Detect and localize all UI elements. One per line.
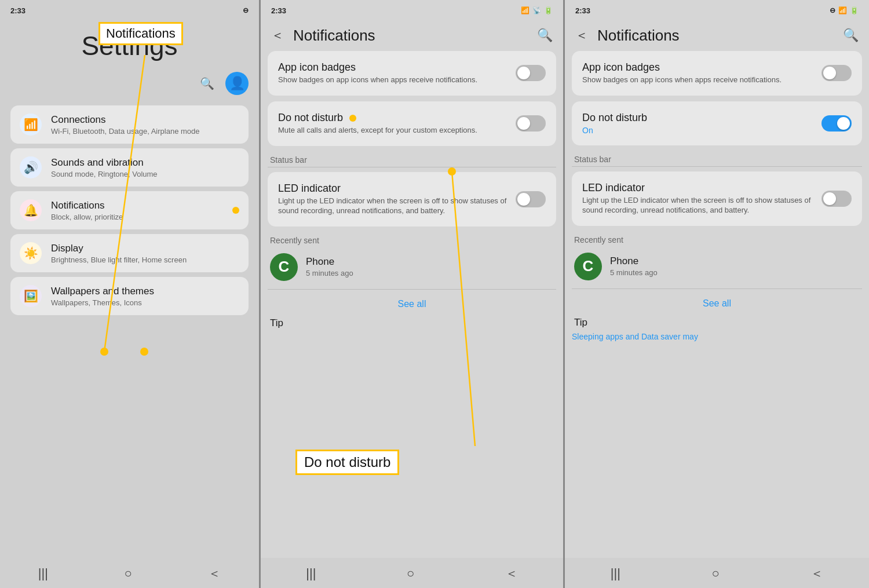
display-sub: Brightness, Blue light filter, Home scre… bbox=[51, 255, 239, 264]
recent-app-info-2: Phone 5 minutes ago bbox=[306, 256, 554, 277]
notif-header-2: ＜ Notifications 🔍 bbox=[261, 19, 563, 51]
dnd-dot-2 bbox=[349, 115, 356, 122]
notifications-annotation: Notifications bbox=[98, 22, 183, 45]
notif-content-2: App icon badges Show badges on app icons… bbox=[261, 51, 563, 558]
dnd-title-2: Do not disturb bbox=[278, 112, 477, 124]
app-icon-badges-title-3: App icon badges bbox=[582, 61, 782, 74]
led-indicator-card-2[interactable]: LED indicator Light up the LED indicator… bbox=[268, 172, 556, 227]
notifications-menu-sub: Block, allow, prioritize bbox=[51, 213, 223, 221]
notification-dot bbox=[232, 207, 239, 214]
wifi-icon-3: 📶 bbox=[838, 6, 847, 14]
notifications-icon: 🔔 bbox=[20, 199, 42, 221]
nav-recent-2[interactable]: ||| bbox=[306, 566, 316, 581]
led-toggle-2[interactable] bbox=[516, 191, 546, 207]
settings-panel: 2:33 ⊖ Notifications Settings 🔍 👤 📶 Conn… bbox=[0, 0, 261, 588]
nav-back-2[interactable]: ＜ bbox=[505, 565, 518, 582]
notifications-panel-after: 2:33 ⊖ 📶 🔋 ＜ Notifications 🔍 App icon ba… bbox=[565, 0, 869, 588]
recent-phone-app-2[interactable]: C Phone 5 minutes ago bbox=[268, 247, 556, 287]
display-title: Display bbox=[51, 243, 239, 254]
tip-section-2: Tip bbox=[268, 312, 556, 331]
dnd-text-3: Do not disturb On bbox=[582, 112, 647, 135]
menu-item-connections[interactable]: 📶 Connections Wi-Fi, Bluetooth, Data usa… bbox=[10, 105, 249, 144]
search-button-2[interactable]: 🔍 bbox=[537, 28, 553, 43]
search-button-3[interactable]: 🔍 bbox=[843, 28, 859, 43]
menu-item-display[interactable]: ☀️ Display Brightness, Blue light filter… bbox=[10, 234, 249, 272]
dnd-title-3: Do not disturb bbox=[582, 112, 647, 124]
nav-recent-3[interactable]: ||| bbox=[611, 566, 620, 581]
recent-app-time-3: 5 minutes ago bbox=[610, 268, 860, 277]
signal-icon-2: 📡 bbox=[532, 6, 541, 14]
toggle-thumb-led bbox=[517, 193, 530, 206]
dnd-on-label: On bbox=[582, 126, 647, 135]
sounds-text: Sounds and vibration Sound mode, Rington… bbox=[51, 157, 239, 178]
see-all-button-3[interactable]: See all bbox=[572, 291, 862, 311]
see-all-button-2[interactable]: See all bbox=[268, 292, 556, 312]
app-icon-badges-toggle-3[interactable] bbox=[821, 65, 852, 81]
dnd-row-3: Do not disturb On bbox=[582, 112, 852, 135]
dnd-text-2: Do not disturb Mute all calls and alerts… bbox=[278, 112, 477, 136]
led-sub-3: Light up the LED indicator when the scre… bbox=[582, 196, 815, 216]
wallpapers-icon: 🖼️ bbox=[20, 285, 42, 307]
led-text-2: LED indicator Light up the LED indicator… bbox=[278, 182, 516, 216]
nav-home-3[interactable]: ○ bbox=[711, 566, 719, 581]
toggle-thumb-3 bbox=[823, 67, 836, 79]
search-icon[interactable]: 🔍 bbox=[195, 72, 218, 95]
phone-app-icon-3: C bbox=[574, 253, 602, 280]
app-icon-badges-toggle-2[interactable] bbox=[516, 65, 546, 81]
recently-sent-label-2: Recently sent bbox=[268, 232, 556, 247]
nav-back-3[interactable]: ＜ bbox=[810, 565, 823, 582]
app-icon-badges-row-3: App icon badges Show badges on app icons… bbox=[582, 61, 852, 85]
recent-app-name-2: Phone bbox=[306, 256, 554, 268]
phone-app-icon-2: C bbox=[270, 253, 298, 281]
recent-phone-app-3[interactable]: C Phone 5 minutes ago bbox=[572, 247, 862, 286]
do-not-disturb-card-3[interactable]: Do not disturb On bbox=[572, 101, 862, 145]
time-3: 2:33 bbox=[575, 6, 590, 15]
do-not-disturb-card-2[interactable]: Do not disturb Mute all calls and alerts… bbox=[268, 101, 556, 146]
do-not-disturb-icon: ⊖ bbox=[243, 6, 249, 14]
dnd-annotation: Do not disturb bbox=[295, 450, 399, 475]
notifications-menu-title: Notifications bbox=[51, 200, 223, 211]
nav-back-1[interactable]: ＜ bbox=[208, 565, 221, 582]
app-icon-badges-title-2: App icon badges bbox=[278, 61, 477, 74]
back-button-3[interactable]: ＜ bbox=[571, 24, 593, 46]
led-indicator-card-3[interactable]: LED indicator Light up the LED indicator… bbox=[572, 171, 862, 226]
status-bar-1: 2:33 ⊖ bbox=[0, 0, 259, 19]
recently-sent-label-3: Recently sent bbox=[572, 232, 862, 247]
recent-app-name-3: Phone bbox=[610, 255, 860, 267]
led-row-3: LED indicator Light up the LED indicator… bbox=[582, 182, 852, 216]
toggle-thumb bbox=[517, 67, 530, 79]
menu-item-sounds[interactable]: 🔊 Sounds and vibration Sound mode, Ringt… bbox=[10, 148, 249, 187]
settings-content: Settings 🔍 👤 📶 Connections Wi-Fi, Blueto… bbox=[0, 19, 259, 558]
settings-search-row: 🔍 👤 bbox=[10, 72, 249, 95]
back-button-2[interactable]: ＜ bbox=[266, 24, 289, 46]
dnd-toggle-2[interactable] bbox=[516, 115, 546, 132]
status-bar-3: 2:33 ⊖ 📶 🔋 bbox=[565, 0, 869, 19]
status-icons-3: ⊖ 📶 🔋 bbox=[830, 6, 859, 14]
avatar[interactable]: 👤 bbox=[225, 72, 249, 95]
nav-home-1[interactable]: ○ bbox=[124, 566, 132, 581]
notif-header-title-2: Notifications bbox=[293, 27, 532, 45]
nav-recent-1[interactable]: ||| bbox=[38, 566, 48, 581]
app-icon-badges-row-2: App icon badges Show badges on app icons… bbox=[278, 61, 546, 85]
tip-sub-3: Sleeping apps and Data saver may bbox=[572, 332, 862, 341]
menu-item-wallpapers[interactable]: 🖼️ Wallpapers and themes Wallpapers, The… bbox=[10, 277, 249, 315]
nav-bar-2: ||| ○ ＜ bbox=[261, 558, 563, 588]
dnd-toggle-3[interactable] bbox=[821, 115, 852, 132]
connections-text: Connections Wi-Fi, Bluetooth, Data usage… bbox=[51, 114, 239, 136]
battery-icon-2: 🔋 bbox=[544, 6, 553, 14]
recent-app-time-2: 5 minutes ago bbox=[306, 269, 554, 277]
app-icon-badges-sub-2: Show badges on app icons when apps recei… bbox=[278, 75, 477, 85]
app-icon-badges-card-2[interactable]: App icon badges Show badges on app icons… bbox=[268, 51, 556, 96]
nav-home-2[interactable]: ○ bbox=[407, 566, 414, 581]
app-icon-badges-card-3[interactable]: App icon badges Show badges on app icons… bbox=[572, 51, 862, 96]
recent-app-info-3: Phone 5 minutes ago bbox=[610, 255, 860, 277]
display-icon: ☀️ bbox=[20, 242, 42, 264]
menu-item-notifications[interactable]: 🔔 Notifications Block, allow, prioritize bbox=[10, 191, 249, 229]
sounds-sub: Sound mode, Ringtone, Volume bbox=[51, 170, 239, 178]
led-title-2: LED indicator bbox=[278, 182, 509, 195]
display-text: Display Brightness, Blue light filter, H… bbox=[51, 243, 239, 264]
status-bar-section-2: Status bar bbox=[268, 152, 556, 167]
app-icon-badges-text-2: App icon badges Show badges on app icons… bbox=[278, 61, 477, 85]
led-toggle-3[interactable] bbox=[821, 191, 852, 207]
toggle-thumb-dnd-3 bbox=[837, 117, 850, 130]
